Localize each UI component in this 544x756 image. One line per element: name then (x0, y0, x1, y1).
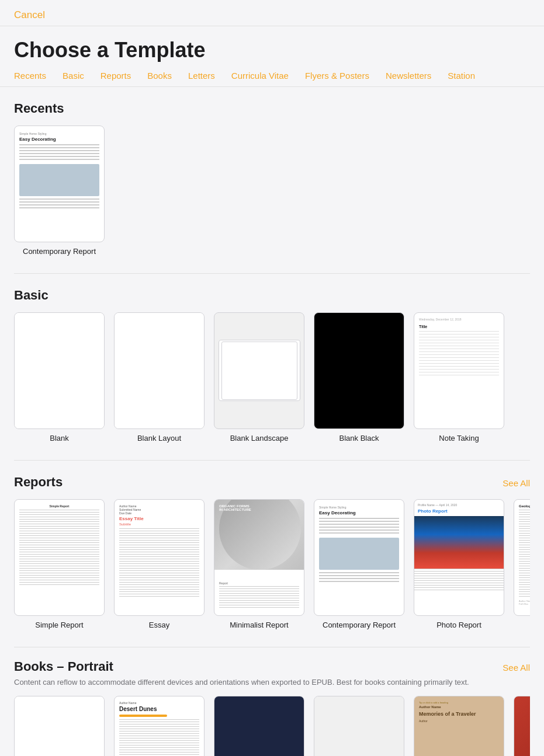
thumb-content: Profile Name — April 14, 2020 Photo Repo… (414, 500, 504, 615)
template-contemporary-report-recent[interactable]: Simple Home Styling Easy Decorating Cont… (14, 126, 105, 257)
template-end-of-term[interactable]: Geology 101 Rep... Author NameFall 20xx … (514, 499, 530, 630)
thumb-lines (219, 586, 299, 609)
thumb-content: Simple Report (15, 500, 104, 615)
thumb-eot-title: Geology 101 Rep... (519, 504, 530, 508)
thumb-text-lines (319, 518, 399, 535)
thumb-pr-bottom (414, 569, 504, 592)
tab-reports[interactable]: Reports (101, 71, 131, 86)
template-eternal[interactable]: Urna Semper Eternal Eternal (314, 696, 404, 756)
template-contemporary-report-reports[interactable]: Simple Home Styling Easy Decorating Cont… (314, 499, 404, 630)
template-memories[interactable]: Tip or click to add a heading Author Nam… (414, 696, 504, 756)
template-blank-black[interactable]: Blank Black (314, 312, 404, 444)
template-label: Blank Landscape (230, 434, 289, 444)
reports-see-all[interactable]: See All (503, 478, 530, 488)
template-thumb: ORGANIC FORMSIN ARCHITECTURE Report (214, 499, 304, 616)
recents-section: Recents Simple Home Styling Easy Decorat… (0, 87, 544, 269)
template-thumb (14, 312, 105, 429)
cancel-button[interactable]: Cancel (14, 9, 45, 21)
template-thumb (314, 312, 404, 429)
tab-letters[interactable]: Letters (188, 71, 215, 86)
template-essay[interactable]: Author NameSubmitted NameDue Date Essay … (114, 499, 205, 630)
thumb-date: Wednesday, December 12, 2018 (419, 318, 499, 321)
template-dark-book[interactable]: Dark (214, 696, 304, 756)
thumb-image-block (319, 538, 399, 570)
thumb-bottom: Report (219, 581, 299, 609)
template-blank-landscape[interactable]: Blank Landscape (214, 312, 304, 444)
tab-newsletters[interactable]: Newsletters (386, 71, 431, 86)
template-simple-report[interactable]: Simple Report Simple Report (14, 499, 105, 630)
template-thumb (14, 696, 105, 756)
books-templates-row: Blank Author Name Desert Dunes Desert Du… (14, 696, 530, 756)
page-title: Choose a Template (0, 26, 544, 62)
tab-station[interactable]: Station (448, 71, 475, 86)
basic-templates-row: Blank Blank Layout Blank Landscape Blank (14, 312, 530, 455)
thumb-author: Author Name (419, 705, 499, 709)
tab-cv[interactable]: Curricula Vitae (231, 71, 289, 86)
thumb-content: Author Name Desert Dunes (115, 696, 204, 756)
template-minimalist-report[interactable]: ORGANIC FORMSIN ARCHITECTURE Report Mini… (214, 499, 304, 630)
thumb-content: Urna Semper Eternal (314, 696, 404, 756)
tab-basic[interactable]: Basic (63, 71, 84, 86)
template-thumb (114, 312, 205, 429)
thumb-lines (119, 719, 199, 756)
reports-title: Reports (14, 475, 63, 490)
recents-header: Recents (14, 101, 530, 116)
thumb-content: Author NameSubmitted NameDue Date Essay … (115, 500, 204, 615)
thumb-small-heading: Simple Home Styling (319, 506, 399, 509)
thumb-pr-title: Photo Report (414, 508, 504, 514)
thumb-content: Wednesday, December 12, 2018 Title (414, 313, 504, 428)
thumb-content: Geology 101 Rep... Author NameFall 20xx (514, 500, 530, 615)
template-shatter[interactable]: ASHATTERIN THE Shatter (514, 696, 530, 756)
template-label: Note Taking (439, 434, 479, 444)
thumb-book-name: Memories of a Traveler (419, 711, 499, 717)
top-bar: Cancel (0, 0, 544, 26)
template-thumb: Geology 101 Rep... Author NameFall 20xx (514, 499, 530, 616)
template-book-blank[interactable]: Blank (14, 696, 105, 756)
thumb-pr-header: Profile Name — April 14, 2020 (414, 500, 504, 508)
template-label: Blank Black (339, 434, 379, 444)
template-label: Simple Report (35, 621, 83, 630)
thumb-tip: Tip or click to add a heading (419, 701, 499, 704)
thumb-heading: Simple Report (19, 504, 99, 508)
thumb-note-title: Title (419, 325, 499, 329)
reports-templates-row: Simple Report Simple Report Author NameS… (14, 499, 530, 642)
thumb-text-lines2 (319, 572, 399, 584)
template-label: Blank Layout (137, 434, 181, 444)
template-label: Contemporary Report (23, 247, 96, 257)
template-thumb: Author Name Desert Dunes (114, 696, 205, 756)
template-thumb (214, 696, 304, 756)
thumb-big-heading: Easy Decorating (319, 510, 399, 515)
tab-flyers[interactable]: Flyers & Posters (305, 71, 369, 86)
recents-title: Recents (14, 101, 64, 116)
thumb-pr-image (414, 516, 504, 569)
basic-title: Basic (14, 288, 48, 303)
template-thumb: Urna Semper Eternal (314, 696, 404, 756)
thumb-content (214, 696, 304, 756)
tab-recents[interactable]: Recents (14, 71, 46, 86)
books-section: Books – Portrait See All Content can ref… (0, 647, 544, 756)
thumb-text-lines (19, 144, 99, 162)
thumb-text-lines2 (19, 198, 99, 210)
thumb-sub: Author (419, 719, 499, 723)
thumb-content (15, 313, 104, 428)
template-photo-report[interactable]: Profile Name — April 14, 2020 Photo Repo… (414, 499, 504, 630)
template-blank[interactable]: Blank (14, 312, 105, 444)
books-title: Books – Portrait (14, 659, 113, 674)
template-note-taking[interactable]: Wednesday, December 12, 2018 Title Note … (414, 312, 504, 444)
template-label: Blank (50, 434, 69, 444)
books-see-all[interactable]: See All (503, 663, 530, 673)
template-thumb (214, 312, 304, 429)
template-thumb: Simple Home Styling Easy Decorating (14, 126, 105, 242)
thumb-name: Author NameSubmitted NameDue Date (119, 504, 199, 515)
thumb-image-block (19, 164, 99, 196)
thumb-eot-lines (519, 510, 530, 597)
template-desert-dunes[interactable]: Author Name Desert Dunes Desert Dunes (114, 696, 205, 756)
reports-header: Reports See All (14, 475, 530, 490)
template-thumb: Profile Name — April 14, 2020 Photo Repo… (414, 499, 504, 616)
template-blank-layout[interactable]: Blank Layout (114, 312, 205, 444)
recents-templates-row: Simple Home Styling Easy Decorating Cont… (14, 126, 530, 269)
template-label: Minimalist Report (230, 621, 288, 630)
nav-tabs: Recents Basic Reports Books Letters Curr… (0, 62, 544, 87)
template-thumb: Author NameSubmitted NameDue Date Essay … (114, 499, 205, 616)
tab-books[interactable]: Books (147, 71, 172, 86)
